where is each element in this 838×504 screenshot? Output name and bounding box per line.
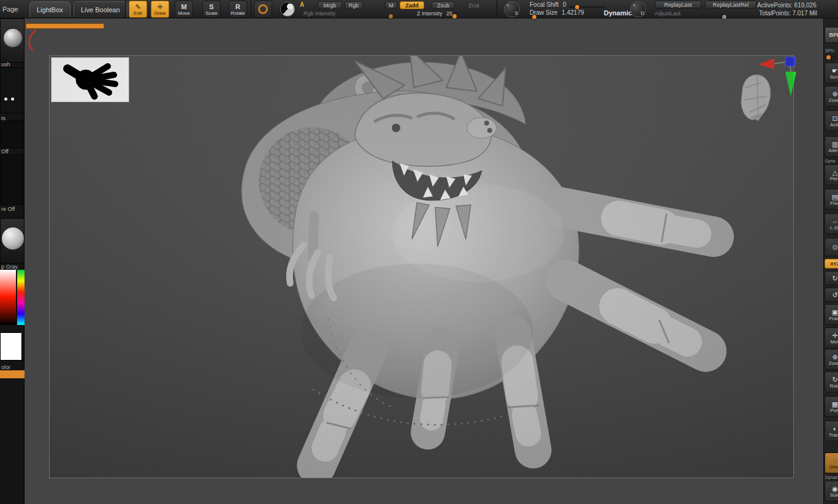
y-axis-cone[interactable] [785,72,796,96]
ghost-label: Ghos [829,464,838,470]
color-picker[interactable] [0,270,25,325]
aahalf-button[interactable]: ▥ AAHa [825,136,838,157]
scroll-hand-icon: ☛ [832,67,838,74]
z-intensity-slider[interactable] [452,14,457,18]
polyframe-grid-icon: ▦ [832,400,838,408]
alpha-preview[interactable] [51,57,129,102]
scroll-button[interactable]: ☛ Scro [825,63,838,83]
divider [125,0,126,18]
adjust-last-slider[interactable] [722,15,726,19]
floor-button[interactable]: ▤ Floo [825,189,838,210]
frame-label: Fram [829,316,838,321]
zadd-button[interactable]: Zadd [400,1,424,9]
rgb-intensity-slider[interactable] [389,14,393,18]
actual-button[interactable]: ⊡ Actu [825,110,838,131]
ghost-icon: ◌ [833,457,837,464]
move3d-icon: ✛ [832,332,837,339]
head-shape [741,75,771,120]
draw-size-slider[interactable] [532,15,536,19]
replay-last-button[interactable]: ReplayLast [655,1,701,9]
draw-size-track[interactable] [531,16,603,18]
x-axis-cone[interactable] [758,58,774,69]
transp-button[interactable]: ◐ Trans [825,421,838,441]
focal-shift-slider[interactable] [575,5,579,9]
move3d-label: Mov [830,339,838,345]
alpha-thumbnail[interactable] [0,120,25,148]
d-letter: D [641,10,644,16]
zoom3d-icon: ⊕ [832,353,837,361]
rotate3d-button[interactable]: ↻ Rota [825,372,838,392]
mrgb-button[interactable]: Mrgb [318,1,342,9]
current-color-swatch[interactable] [0,332,22,361]
move3d-button[interactable]: ✛ Mov [825,327,838,348]
xyz-label: XYZ [830,261,838,267]
bpr-button[interactable]: BPR [825,27,838,43]
stroke-thumbnail[interactable] [0,67,25,113]
glove-geometry [242,56,714,465]
hue-strip[interactable] [17,270,25,325]
scale-button[interactable]: S Scale [202,1,221,18]
rotate-y-button[interactable]: ↻ [825,271,838,285]
left-shelf: ush ts Off re Off p Gray olor [0,18,25,504]
draw-button[interactable]: ✛ Draw [151,1,169,18]
rotate-button[interactable]: R Rotate [229,1,247,18]
brush-label: ush [1,61,10,67]
frame-button[interactable]: ▣ Fram [825,304,838,325]
z-axis-cube[interactable] [785,57,795,66]
m-button[interactable]: M [385,1,397,9]
stroke-sphere-button[interactable] [277,1,298,18]
ghost-button[interactable]: ◌ Ghos [825,452,838,473]
edit-pencil-icon: ✎ [135,3,140,10]
bpr-label: BPR [829,32,838,38]
rotate-z-button[interactable]: ↺ [825,288,838,302]
focal-shift-text: Focal Shift [530,1,558,8]
solo-button[interactable]: ◉ Solo [825,481,838,502]
d-material-button[interactable]: D [630,1,646,17]
spix-slider[interactable] [826,55,831,59]
edit-label: Edit [134,10,142,16]
local-sym-button[interactable]: ⇔ L.Sy [825,213,838,234]
brush-ring-button[interactable] [254,1,272,18]
head-preview[interactable] [731,69,774,126]
viewport-background[interactable] [25,18,823,504]
s-material-button[interactable]: S [504,1,520,17]
sculpt-model-dragon-glove[interactable] [50,56,793,478]
zoom3d-button[interactable]: ⊕ Zoom [825,349,838,370]
color-saturation-square[interactable] [0,270,16,325]
switch-color-bar[interactable] [0,370,25,378]
zsub-button[interactable]: Zsub [432,1,455,9]
focal-shift-track[interactable] [569,6,606,8]
aahalf-icon: ▥ [832,140,838,148]
document-canvas[interactable] [49,55,794,478]
rotate3d-icon: ↻ [832,376,837,383]
texture-thumbnail[interactable] [0,155,25,205]
dynamic-label[interactable]: Dynamic [604,9,632,17]
material-thumbnail[interactable] [0,218,25,264]
edit-button[interactable]: ✎ Edit [129,1,147,18]
lightbox-button[interactable]: LightBox [29,1,70,17]
rgb-button[interactable]: Rgb [345,1,363,9]
brush-thumbnail[interactable] [0,18,25,63]
pivot-button[interactable]: ⊙ [825,238,838,256]
alpha-label: Off [1,148,9,155]
xyz-rotation-button[interactable]: XYZ [825,259,838,269]
rotate-label: Rotate [230,10,245,16]
live-boolean-button[interactable]: Live Boolean [74,1,128,17]
polyframe-button[interactable]: ▦ Poly [825,396,838,417]
persp-button[interactable]: △ Pers [825,164,838,185]
z-intensity-label: Z Intensity 25 [417,10,452,17]
draw-crosshair-icon: ✛ [157,3,162,10]
pivot-icon: ⊙ [832,243,837,251]
gizmo-link-line [790,66,791,72]
zoom3d-label: Zoom [829,361,838,366]
move-button[interactable]: M Move [175,1,193,18]
hand-alpha-icon [51,58,129,102]
brush-sphere-icon [4,29,22,47]
zcut-button[interactable]: Zcut [468,2,479,9]
zoom-magnifier-icon: ⊕ [832,90,837,97]
transp-label: Trans [829,432,838,438]
zoom-button[interactable]: ⊕ Zoom [825,86,838,107]
page-menu[interactable]: Page [2,6,18,13]
right-shelf: BPR SPix ☛ Scro ⊕ Zoom ⊡ Actu ▥ AAHa Dyn… [823,18,838,504]
replay-last-rel-button[interactable]: ReplayLastRel [705,1,756,9]
